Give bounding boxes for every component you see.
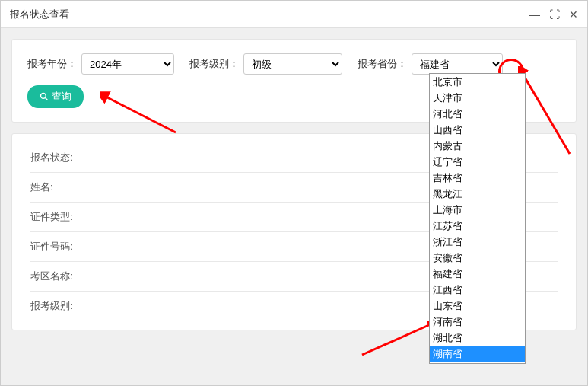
svg-point-0 (41, 94, 46, 99)
province-group: 报考省份： 福建省 (358, 53, 503, 75)
title-bar: 报名状态查看 — ⛶ ✕ (1, 1, 587, 28)
dropdown-item[interactable]: 福建省 (430, 266, 525, 282)
dropdown-item[interactable]: 天津市 (430, 90, 525, 106)
province-dropdown[interactable]: 北京市天津市河北省山西省内蒙古辽宁省吉林省黑龙江上海市江苏省浙江省安徽省福建省江… (429, 73, 526, 364)
dropdown-item[interactable]: 山西省 (430, 122, 525, 138)
level-group: 报考级别： 初级 (189, 53, 342, 75)
query-button[interactable]: 查询 (27, 85, 84, 108)
dropdown-item[interactable]: 山东省 (430, 298, 525, 314)
app-window: 报名状态查看 — ⛶ ✕ 报考年份： 2024年 报考级别： 初级 (0, 0, 588, 386)
dropdown-item[interactable]: 黑龙江 (430, 186, 525, 202)
year-select[interactable]: 2024年 (81, 53, 174, 75)
dropdown-item[interactable]: 浙江省 (430, 234, 525, 250)
result-label-idno: 证件号码: (30, 240, 91, 254)
province-select[interactable]: 福建省 (412, 53, 503, 75)
dropdown-item[interactable]: 上海市 (430, 202, 525, 218)
dropdown-item[interactable]: 湖南省 (430, 346, 525, 362)
level-label: 报考级别： (189, 57, 239, 71)
dropdown-item[interactable]: 江苏省 (430, 218, 525, 234)
year-label: 报考年份： (27, 57, 77, 71)
maximize-icon[interactable]: ⛶ (549, 8, 560, 21)
result-label-level: 报考级别: (30, 299, 91, 313)
province-label: 报考省份： (358, 57, 407, 71)
level-select[interactable]: 初级 (243, 53, 342, 75)
result-label-name: 姓名: (30, 180, 91, 194)
window-title: 报名状态查看 (10, 8, 69, 21)
dropdown-item[interactable]: 河南省 (430, 314, 525, 330)
dropdown-item[interactable]: 广东省 (430, 362, 525, 364)
result-label-area: 考区名称: (30, 270, 91, 283)
dropdown-item[interactable]: 河北省 (430, 106, 525, 122)
year-group: 报考年份： 2024年 (27, 53, 174, 75)
result-label-status: 报名状态: (30, 151, 91, 164)
dropdown-item[interactable]: 湖北省 (430, 330, 525, 346)
minimize-icon[interactable]: — (529, 8, 540, 21)
dropdown-item[interactable]: 吉林省 (430, 170, 525, 186)
query-button-label: 查询 (52, 90, 72, 104)
result-label-idtype: 证件类型: (30, 210, 91, 224)
dropdown-item[interactable]: 内蒙古 (430, 138, 525, 154)
form-row: 报考年份： 2024年 报考级别： 初级 报考省份： 福建省 (27, 53, 561, 75)
dropdown-item[interactable]: 安徽省 (430, 250, 525, 266)
dropdown-item[interactable]: 北京市 (430, 74, 525, 90)
dropdown-item[interactable]: 江西省 (430, 282, 525, 298)
search-icon (40, 92, 49, 101)
close-icon[interactable]: ✕ (569, 8, 578, 21)
svg-line-1 (46, 98, 48, 100)
dropdown-item[interactable]: 辽宁省 (430, 154, 525, 170)
window-controls: — ⛶ ✕ (529, 8, 578, 21)
